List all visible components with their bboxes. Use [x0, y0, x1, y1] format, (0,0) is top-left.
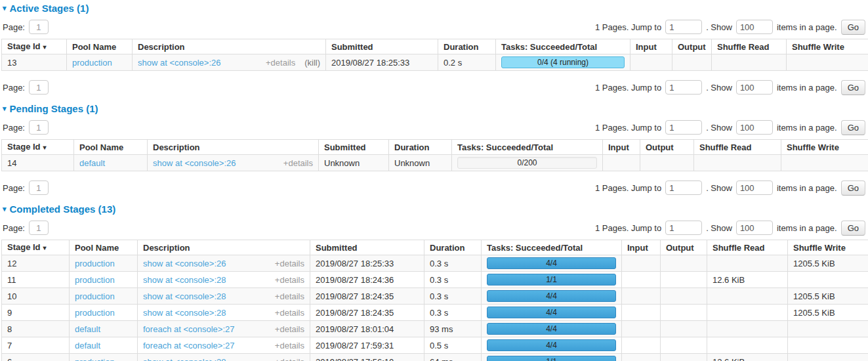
col-duration[interactable]: Duration — [424, 240, 482, 255]
go-button[interactable]: Go — [841, 221, 865, 236]
col-shuffle-read[interactable]: Shuffle Read — [712, 39, 787, 54]
pending-stages-header[interactable]: ▾ Pending Stages (1) — [3, 102, 867, 114]
col-input[interactable]: Input — [603, 140, 640, 155]
col-input[interactable]: Input — [622, 240, 661, 255]
pool-link[interactable]: production — [75, 259, 115, 268]
col-tasks[interactable]: Tasks: Succeeded/Total — [452, 140, 603, 155]
page-number-input[interactable] — [29, 120, 49, 135]
table-row: 6 production show at <console>:28 +detai… — [2, 354, 868, 361]
go-button[interactable]: Go — [841, 120, 865, 135]
shuffle-write-cell — [788, 272, 868, 288]
col-submitted[interactable]: Submitted — [319, 140, 389, 155]
details-toggle[interactable]: +details — [275, 259, 304, 268]
col-stage-id[interactable]: Stage Id▾ — [2, 39, 67, 54]
col-duration[interactable]: Duration — [438, 39, 496, 54]
pool-link[interactable]: production — [75, 308, 115, 318]
description-link[interactable]: show at <console>:28 — [143, 275, 270, 285]
details-toggle[interactable]: +details — [266, 58, 295, 68]
col-output[interactable]: Output — [672, 39, 712, 54]
jump-to-page-input[interactable] — [665, 120, 702, 135]
submitted-cell: 2019/08/27 18:25:33 — [310, 255, 424, 272]
stage-id-cell: 10 — [2, 288, 70, 305]
pool-link[interactable]: default — [75, 341, 100, 350]
go-button[interactable]: Go — [841, 180, 865, 196]
page-number-input[interactable] — [29, 180, 49, 195]
description-link[interactable]: foreach at <console>:27 — [143, 324, 270, 334]
col-input[interactable]: Input — [630, 39, 672, 54]
completed-stages-header[interactable]: ▾ Completed Stages (13) — [3, 203, 867, 215]
col-duration[interactable]: Duration — [389, 140, 452, 155]
pool-link[interactable]: default — [75, 324, 100, 334]
go-button[interactable]: Go — [841, 20, 865, 35]
col-pool-name[interactable]: Pool Name — [74, 140, 148, 155]
shuffle-write-cell: 1205.5 KiB — [788, 305, 868, 321]
jump-to-page-input[interactable] — [665, 80, 702, 95]
details-toggle[interactable]: +details — [275, 324, 304, 334]
items-per-page-input[interactable] — [736, 80, 773, 95]
col-output[interactable]: Output — [640, 140, 694, 155]
description-link[interactable]: show at <console>:26 — [138, 58, 260, 68]
output-cell — [661, 354, 707, 361]
col-shuffle-write[interactable]: Shuffle Write — [787, 39, 868, 54]
pager-controls: 1 Pages. Jump to . Show items in a page.… — [595, 120, 865, 135]
col-description[interactable]: Description — [138, 240, 310, 255]
col-stage-id[interactable]: Stage Id▾ — [2, 140, 74, 155]
items-per-page-input[interactable] — [736, 180, 773, 195]
items-per-page-input[interactable] — [736, 120, 773, 135]
details-toggle[interactable]: +details — [275, 275, 304, 285]
pending-pagination-bottom: Page: 1 Pages. Jump to . Show items in a… — [3, 180, 865, 195]
page-number-input[interactable] — [29, 221, 49, 235]
description-link[interactable]: show at <console>:26 — [153, 158, 278, 168]
kill-link[interactable]: (kill) — [304, 58, 320, 68]
stage-id-cell: 11 — [2, 272, 70, 288]
col-tasks[interactable]: Tasks: Succeeded/Total — [496, 39, 630, 54]
details-toggle[interactable]: +details — [275, 357, 304, 361]
col-submitted[interactable]: Submitted — [310, 240, 424, 255]
description-link[interactable]: show at <console>:26 — [143, 259, 270, 268]
jump-to-page-input[interactable] — [665, 20, 702, 34]
input-cell — [622, 354, 661, 361]
table-row: 10 production show at <console>:28 +deta… — [2, 288, 868, 305]
col-pool-name[interactable]: Pool Name — [67, 39, 133, 54]
details-toggle[interactable]: +details — [283, 158, 313, 168]
description-link[interactable]: show at <console>:28 — [143, 357, 270, 361]
col-output[interactable]: Output — [661, 240, 707, 255]
items-per-page-input[interactable] — [736, 221, 773, 235]
jump-to-page-input[interactable] — [665, 180, 702, 195]
shuffle-read-cell — [707, 255, 788, 272]
col-tasks[interactable]: Tasks: Succeeded/Total — [482, 240, 622, 255]
page-number-input[interactable] — [29, 80, 49, 95]
col-stage-id[interactable]: Stage Id▾ — [2, 240, 70, 255]
col-pool-name[interactable]: Pool Name — [70, 240, 138, 255]
page-number-input[interactable] — [29, 20, 49, 34]
pool-link[interactable]: default — [79, 158, 105, 168]
col-shuffle-write[interactable]: Shuffle Write — [788, 240, 868, 255]
col-shuffle-read[interactable]: Shuffle Read — [707, 240, 788, 255]
jump-to-page-input[interactable] — [665, 221, 702, 235]
description-link[interactable]: foreach at <console>:27 — [143, 341, 270, 350]
pool-link[interactable]: production — [75, 291, 115, 301]
details-toggle[interactable]: +details — [275, 308, 304, 318]
description-link[interactable]: show at <console>:28 — [143, 291, 270, 301]
pool-link[interactable]: production — [75, 275, 115, 285]
table-row: 8 default foreach at <console>:27 +detai… — [2, 321, 868, 337]
shuffle-read-cell — [707, 305, 788, 321]
details-toggle[interactable]: +details — [275, 341, 304, 350]
items-per-page-input[interactable] — [736, 20, 773, 34]
pool-link[interactable]: production — [75, 357, 115, 361]
active-stages-table: Stage Id▾ Pool Name Description Submitte… — [1, 39, 868, 71]
description-link[interactable]: show at <console>:28 — [143, 308, 270, 318]
go-button[interactable]: Go — [841, 80, 865, 95]
table-row: 7 default foreach at <console>:27 +detai… — [2, 337, 868, 354]
pool-link[interactable]: production — [72, 58, 112, 68]
shuffle-read-cell — [712, 54, 787, 71]
details-toggle[interactable]: +details — [275, 291, 304, 301]
output-cell — [640, 155, 694, 171]
col-description[interactable]: Description — [148, 140, 319, 155]
col-description[interactable]: Description — [133, 39, 326, 54]
col-shuffle-write[interactable]: Shuffle Write — [781, 140, 868, 155]
active-stages-header[interactable]: ▾ Active Stages (1) — [3, 2, 867, 14]
col-shuffle-read[interactable]: Shuffle Read — [694, 140, 781, 155]
col-submitted[interactable]: Submitted — [326, 39, 438, 54]
shuffle-write-cell — [781, 155, 868, 171]
